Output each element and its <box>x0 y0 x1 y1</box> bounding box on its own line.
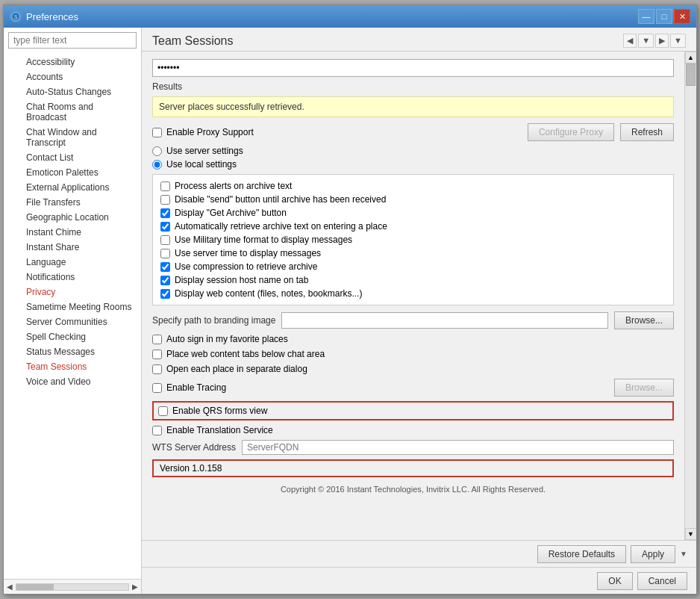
place-web-content-checkbox-row[interactable]: Place web content tabs below chat area <box>152 349 674 359</box>
cancel-button[interactable]: Cancel <box>637 572 687 590</box>
display-archive-checkbox[interactable] <box>160 208 170 218</box>
sidebar-item-chat-window[interactable]: Chat Window and Transcript <box>4 125 141 150</box>
enable-qrs-highlight: Enable QRS forms view <box>152 401 674 420</box>
process-alerts-checkbox[interactable] <box>160 181 170 191</box>
enable-translation-checkbox-row[interactable]: Enable Translation Service <box>152 425 674 435</box>
sidebar-item-privacy[interactable]: Privacy <box>4 285 141 300</box>
military-time-checkbox[interactable] <box>160 235 170 245</box>
sidebar-item-spell-checking[interactable]: Spell Checking <box>4 329 141 344</box>
use-server-settings-radio[interactable]: Use server settings <box>152 146 674 156</box>
process-alerts-checkbox-row[interactable]: Process alerts on archive text <box>160 181 666 191</box>
browse-tracing-button[interactable]: Browse... <box>614 379 674 397</box>
enable-qrs-checkbox[interactable] <box>158 406 168 416</box>
auto-sign-checkbox[interactable] <box>152 335 162 344</box>
auto-retrieve-checkbox-row[interactable]: Automatically retrieve archive text on e… <box>160 221 666 232</box>
back-arrow[interactable]: ◀ <box>623 34 637 48</box>
branding-input[interactable] <box>281 312 608 329</box>
sidebar-item-language[interactable]: Language <box>4 255 141 270</box>
sidebar-item-chat-rooms[interactable]: Chat Rooms and Broadcast <box>4 99 141 125</box>
sidebar-item-instant-chime[interactable]: Instant Chime <box>4 225 141 240</box>
sidebar-item-emoticon[interactable]: Emoticon Palettes <box>4 165 141 180</box>
radio-group: Use server settings Use local settings <box>152 146 674 170</box>
wts-input[interactable] <box>242 440 674 455</box>
sidebar-item-geo-location[interactable]: Geographic Location <box>4 210 141 225</box>
apply-button[interactable]: Apply <box>631 545 675 563</box>
sidebar-item-auto-status[interactable]: Auto-Status Changes <box>4 84 141 99</box>
scroll-down-arrow[interactable]: ▼ <box>685 528 697 540</box>
sidebar-scroll-left[interactable]: ◀ <box>7 583 13 591</box>
display-web-content-checkbox-row[interactable]: Display web content (files, notes, bookm… <box>160 288 666 299</box>
military-time-checkbox-row[interactable]: Use Military time format to display mess… <box>160 235 666 245</box>
use-local-settings-radio[interactable]: Use local settings <box>152 159 674 170</box>
scroll-track[interactable] <box>685 63 696 528</box>
scroll-up-arrow[interactable]: ▲ <box>685 52 697 63</box>
sidebar-scroll-right[interactable]: ▶ <box>132 583 138 591</box>
nav-dropdown[interactable]: ▼ <box>638 34 654 48</box>
auto-sign-checkbox-row[interactable]: Auto sign in my favorite places <box>152 334 674 344</box>
sidebar-item-file-transfers[interactable]: File Transfers <box>4 195 141 210</box>
window-title: Preferences <box>26 11 78 22</box>
content-with-scrollbar: Results Server places successfully retri… <box>142 52 696 540</box>
place-web-content-checkbox[interactable] <box>152 350 162 359</box>
disable-send-checkbox[interactable] <box>160 195 170 205</box>
enable-translation-checkbox[interactable] <box>152 426 162 435</box>
svg-text:S: S <box>14 14 18 19</box>
display-archive-checkbox-row[interactable]: Display "Get Archive" button <box>160 208 666 218</box>
filter-input[interactable] <box>8 32 137 49</box>
scroll-right-arrow[interactable]: ▼ <box>680 550 687 558</box>
refresh-button[interactable]: Refresh <box>620 123 674 141</box>
sidebar-item-voice-video[interactable]: Voice and Video <box>4 374 141 389</box>
sidebar: Accessibility Accounts Auto-Status Chang… <box>4 28 142 594</box>
sidebar-item-notifications[interactable]: Notifications <box>4 270 141 285</box>
scroll-thumb[interactable] <box>686 63 696 86</box>
open-separate-dialog-checkbox[interactable] <box>152 364 162 374</box>
enable-tracing-checkbox-row[interactable]: Enable Tracing <box>152 382 226 393</box>
enable-tracing-checkbox[interactable] <box>152 383 162 393</box>
local-settings-radio-input[interactable] <box>152 160 162 170</box>
nav-dropdown2[interactable]: ▼ <box>670 34 686 48</box>
enable-qrs-label: Enable QRS forms view <box>172 406 267 416</box>
close-button[interactable]: ✕ <box>674 9 690 24</box>
session-host-checkbox-row[interactable]: Display session host name on tab <box>160 275 666 285</box>
server-settings-radio-input[interactable] <box>152 146 162 156</box>
sidebar-list: Accessibility Accounts Auto-Status Chang… <box>4 53 141 579</box>
results-text: Server places successfully retrieved. <box>159 102 304 112</box>
enable-proxy-checkbox[interactable] <box>152 128 162 137</box>
sidebar-item-accessibility[interactable]: Accessibility <box>4 55 141 69</box>
wts-row: WTS Server Address <box>152 440 674 455</box>
compression-checkbox[interactable] <box>160 262 170 272</box>
results-box: Server places successfully retrieved. <box>152 96 674 117</box>
nav-arrows: ◀ ▼ ▶ ▼ <box>623 34 686 48</box>
browse-branding-button[interactable]: Browse... <box>614 311 674 329</box>
enable-proxy-label[interactable]: Enable Proxy Support <box>152 127 254 137</box>
server-time-checkbox-row[interactable]: Use server time to display messages <box>160 248 666 258</box>
sidebar-item-contact-list[interactable]: Contact List <box>4 150 141 165</box>
sidebar-item-team-sessions[interactable]: Team Sessions <box>4 359 141 374</box>
session-host-checkbox[interactable] <box>160 276 170 285</box>
bottom-bar: OK Cancel <box>142 567 696 594</box>
minimize-button[interactable]: ― <box>638 9 654 24</box>
vertical-scrollbar: ▲ ▼ <box>684 52 696 540</box>
results-label: Results <box>152 81 674 92</box>
open-separate-dialog-checkbox-row[interactable]: Open each place in separate dialog <box>152 364 674 374</box>
disable-send-checkbox-row[interactable]: Disable "send" button until archive has … <box>160 194 666 205</box>
forward-arrow[interactable]: ▶ <box>655 34 669 48</box>
auto-retrieve-checkbox[interactable] <box>160 222 170 232</box>
sidebar-item-status-messages[interactable]: Status Messages <box>4 344 141 359</box>
options-section: Process alerts on archive text Disable "… <box>152 174 674 305</box>
sidebar-item-external-apps[interactable]: External Applications <box>4 180 141 195</box>
ok-button[interactable]: OK <box>597 572 632 590</box>
sidebar-item-accounts[interactable]: Accounts <box>4 69 141 84</box>
server-time-checkbox[interactable] <box>160 249 170 258</box>
page-title: Team Sessions <box>152 34 234 48</box>
configure-proxy-button[interactable]: Configure Proxy <box>528 123 614 141</box>
display-web-content-checkbox[interactable] <box>160 289 170 299</box>
server-password-input[interactable] <box>152 59 674 77</box>
restore-defaults-button[interactable]: Restore Defaults <box>537 545 626 563</box>
title-bar: S Preferences ― □ ✕ <box>4 5 696 28</box>
sidebar-item-server-communities[interactable]: Server Communities <box>4 314 141 329</box>
maximize-button[interactable]: □ <box>656 9 672 24</box>
sidebar-item-instant-share[interactable]: Instant Share <box>4 240 141 255</box>
sidebar-item-sametime-meeting[interactable]: Sametime Meeting Rooms <box>4 300 141 314</box>
compression-checkbox-row[interactable]: Use compression to retrieve archive <box>160 261 666 272</box>
